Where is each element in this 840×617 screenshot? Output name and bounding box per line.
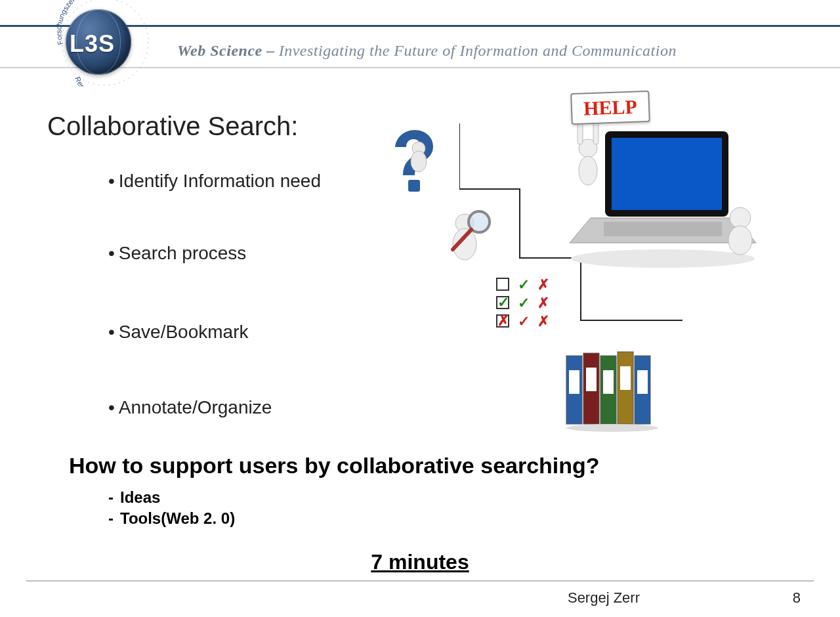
svg-point-37 <box>579 156 597 185</box>
bullet-identify: •Identify Information need <box>108 171 321 192</box>
slide: Web Science – Investigating the Future o… <box>0 0 840 617</box>
svg-text:✗: ✗ <box>537 313 549 330</box>
svg-rect-34 <box>612 138 722 210</box>
svg-rect-39 <box>593 122 598 144</box>
time-allotment: 7 minutes <box>0 550 840 574</box>
svg-rect-10 <box>497 278 509 290</box>
bullet-search: •Search process <box>108 243 246 264</box>
svg-text:✗: ✗ <box>537 295 549 311</box>
checkbox-grid-icon: ✓ ✗ ✓ ✓ ✗ ✗ ✓ ✗ <box>495 276 558 331</box>
svg-text:✓: ✓ <box>518 295 530 311</box>
svg-point-40 <box>730 207 751 228</box>
svg-rect-26 <box>569 370 579 394</box>
sub-item-text: Tools(Web 2. 0) <box>120 509 235 527</box>
footer-rule <box>26 580 814 582</box>
svg-rect-27 <box>586 368 597 391</box>
svg-rect-28 <box>603 370 614 394</box>
header: Web Science – Investigating the Future o… <box>0 0 840 85</box>
svg-rect-35 <box>604 222 722 236</box>
svg-text:Research Center: Research Center <box>74 75 118 87</box>
svg-text:✓: ✓ <box>518 276 530 293</box>
tagline-strong: Web Science – <box>177 42 275 60</box>
svg-point-41 <box>728 226 752 255</box>
svg-point-32 <box>571 249 755 268</box>
laptop-help-icon <box>564 102 761 273</box>
tagline-rest: Investigating the Future of Information … <box>279 42 677 60</box>
magnifying-glass-icon <box>433 203 499 269</box>
svg-point-5 <box>411 151 427 172</box>
bullet-save: •Save/Bookmark <box>108 322 248 343</box>
svg-rect-29 <box>620 366 631 390</box>
svg-point-31 <box>566 424 658 432</box>
bullet-text: Identify Information need <box>119 171 321 191</box>
bullet-text: Save/Bookmark <box>119 322 249 342</box>
svg-text:✗: ✗ <box>497 312 509 329</box>
bullet-text: Search process <box>119 243 247 263</box>
sub-item-ideas: -Ideas <box>108 487 235 508</box>
question-heading: How to support users by collaborative se… <box>69 453 600 479</box>
svg-text:✓: ✓ <box>497 294 509 310</box>
svg-rect-30 <box>637 370 648 394</box>
bullet-annotate: •Annotate/Organize <box>108 397 272 418</box>
svg-text:✓: ✓ <box>518 313 530 330</box>
svg-rect-38 <box>578 122 583 144</box>
question-mark-icon <box>373 123 452 202</box>
help-sign: HELP <box>570 91 650 125</box>
sub-list: -Ideas -Tools(Web 2. 0) <box>108 487 235 530</box>
slide-title: Collaborative Search: <box>47 112 298 141</box>
help-sign-text: HELP <box>583 96 638 120</box>
logo-text: L3S <box>70 30 115 58</box>
svg-text:✗: ✗ <box>537 276 549 293</box>
l3s-logo: Forschungszentrum Research Center L3S <box>52 1 167 87</box>
sub-item-text: Ideas <box>120 488 160 506</box>
bullet-text: Annotate/Organize <box>119 397 272 417</box>
svg-rect-3 <box>408 180 420 192</box>
header-tagline: Web Science – Investigating the Future o… <box>177 36 827 66</box>
footer-author: Sergej Zerr <box>568 589 640 606</box>
binders-icon <box>561 341 666 433</box>
footer-page-number: 8 <box>793 589 801 606</box>
sub-item-tools: -Tools(Web 2. 0) <box>108 508 235 529</box>
